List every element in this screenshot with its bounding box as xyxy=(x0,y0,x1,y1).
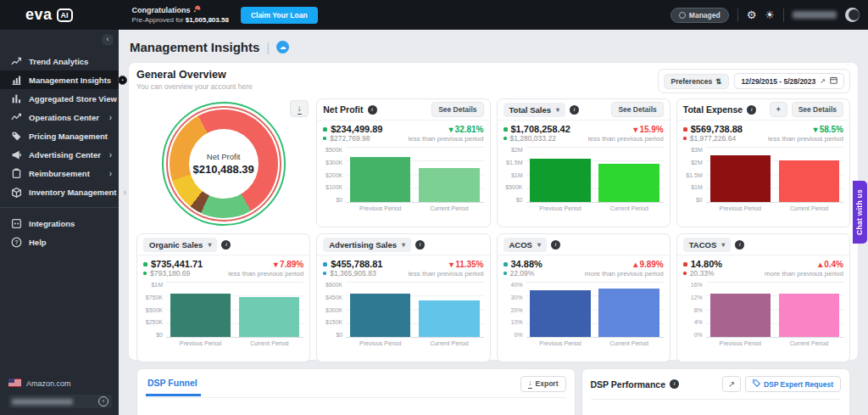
sidebar-item-aggregated-store-view[interactable]: Aggregated Store View xyxy=(0,89,119,108)
bar-current-period xyxy=(239,297,299,337)
y-tick-label: $500K xyxy=(505,184,522,190)
card-title-dropdown-advertising-sales[interactable]: Advertising Sales▾ xyxy=(323,238,411,252)
preferences-label: Preferences xyxy=(671,77,713,86)
logo-text: eva xyxy=(25,6,53,24)
user-avatar[interactable] xyxy=(845,8,860,22)
card-title: Total Sales xyxy=(509,105,551,115)
sidebar-item-label: Inventory Management xyxy=(29,188,116,197)
date-range-picker[interactable]: 12/29/2015 - 5/28/2023 ↗ xyxy=(734,73,844,89)
insights-info-icon[interactable]: ☁ xyxy=(276,41,289,53)
info-icon[interactable]: i xyxy=(747,105,756,115)
sidebar-item-management-insights[interactable]: Management Insights• xyxy=(0,70,119,89)
sidebar-footer: Amazon.com ‹ xyxy=(8,379,112,408)
account-switcher[interactable]: ‹ xyxy=(8,395,112,408)
previous-value: $1,365,905.83 xyxy=(330,269,376,278)
sidebar-item-label: Advertising Center xyxy=(29,150,101,160)
comparison-caption: less than previous period xyxy=(228,270,303,278)
previous-value: $272,769.98 xyxy=(330,134,370,143)
claim-loan-button[interactable]: Claim Your Loan xyxy=(241,7,318,24)
y-tick-label: 20% xyxy=(510,307,522,313)
settings-gear-icon[interactable]: ⚙ xyxy=(747,8,757,21)
preferences-button[interactable]: Preferences ⇅ xyxy=(664,74,730,89)
sidebar-item-operations-center[interactable]: Operations Center› xyxy=(0,108,119,126)
y-tick-label: $1M xyxy=(511,172,523,178)
add-button[interactable]: + xyxy=(770,102,787,117)
download-icon[interactable]: ↓ xyxy=(290,100,309,117)
y-axis-ticks: $500K$300K$200K$100K$0 xyxy=(323,147,346,203)
plot-area: Previous PeriodCurrent Period xyxy=(346,282,483,348)
card-title-dropdown-tacos[interactable]: TACOS▾ xyxy=(683,238,732,252)
sidebar: ‹ Trend AnalyticsManagement Insights•Agg… xyxy=(0,30,119,415)
info-icon[interactable]: i xyxy=(670,379,679,389)
top-bar: eva AI Congratulations Pre-Approved for … xyxy=(0,0,868,30)
y-tick-label: $0 xyxy=(696,197,703,203)
comparison-caption: less than previous period xyxy=(768,135,843,143)
us-flag-icon xyxy=(8,379,21,389)
change-value: 0.4% xyxy=(824,260,843,269)
sidebar-item-integrations[interactable]: Integrations xyxy=(0,214,119,233)
info-icon[interactable]: i xyxy=(368,105,377,115)
card-body: $1,708,258.42▾15.9%$1,280,033.22less tha… xyxy=(498,121,670,213)
tab-dsp-funnel[interactable]: DSP Funnel xyxy=(146,378,201,396)
chat-with-us-button[interactable]: Chat with us xyxy=(853,181,867,244)
card-title-dropdown-acos[interactable]: ACOS▾ xyxy=(504,238,547,252)
value-dot xyxy=(143,272,147,275)
account-switch-icon: ‹ xyxy=(98,396,108,407)
comparison-caption: less than previous period xyxy=(588,135,664,143)
value-dot xyxy=(504,137,507,140)
theme-sun-icon[interactable]: ☀ xyxy=(765,8,775,21)
sidebar-item-trend-analytics[interactable]: Trend Analytics xyxy=(0,52,119,70)
dsp-expert-request-button[interactable]: DSP Expert Request xyxy=(745,376,841,392)
value-dot xyxy=(323,262,327,266)
y-tick-label: 16% xyxy=(691,282,703,288)
info-icon[interactable]: i xyxy=(570,105,579,115)
pre-approved-amount: $1,005,803.58 xyxy=(186,16,229,24)
plot-gridlines xyxy=(706,282,843,338)
card-title-dropdown-organic-sales[interactable]: Organic Sales▾ xyxy=(143,238,217,252)
sidebar-item-advertising-center[interactable]: Advertising Center› xyxy=(0,145,119,164)
sidebar-item-reimbursement[interactable]: Reimbursement› xyxy=(0,164,119,182)
tag-icon xyxy=(753,379,760,389)
x-axis-labels: Previous PeriodCurrent Period xyxy=(706,338,843,348)
info-icon[interactable]: i xyxy=(551,240,560,250)
sidebar-item-help[interactable]: ?Help xyxy=(0,233,119,251)
value-row-current: $234,499.89▾32.81% xyxy=(323,124,483,134)
y-tick-label: $100K xyxy=(326,184,342,190)
expand-icon[interactable]: ↗ xyxy=(722,376,741,392)
net-profit-donut-chart: Net Profit $210,488.39 xyxy=(170,109,278,218)
x-label-current: Current Period xyxy=(235,340,303,346)
sidebar-nav: Trend AnalyticsManagement Insights•Aggre… xyxy=(0,52,119,251)
pricing-icon xyxy=(10,131,22,142)
sidebar-item-inventory-management[interactable]: Inventory Management› xyxy=(0,182,119,201)
y-tick-label: $450K xyxy=(326,294,342,300)
y-tick-label: $750K xyxy=(146,294,163,300)
see-details-button[interactable]: See Details xyxy=(792,102,843,117)
chevron-right-icon: › xyxy=(109,150,112,160)
bar-chart: $500K$300K$200K$100K$0Previous PeriodCur… xyxy=(323,147,483,213)
sidebar-item-pricing-management[interactable]: Pricing Management xyxy=(0,126,119,145)
info-icon[interactable]: i xyxy=(221,240,231,250)
info-icon[interactable]: i xyxy=(735,240,744,250)
bar-chart: 40%30%20%10%0%Previous PeriodCurrent Per… xyxy=(504,282,664,348)
change-badge: ▾7.89% xyxy=(274,260,303,269)
net-profit-donut-card: ↓ Net Profit $210,488.39 xyxy=(136,98,310,227)
y-tick-label: $0 xyxy=(336,332,342,338)
see-details-button[interactable]: See Details xyxy=(611,102,663,117)
export-button[interactable]: ↓ Export xyxy=(520,376,565,392)
see-details-button[interactable]: See Details xyxy=(431,102,483,117)
managed-badge[interactable]: Managed xyxy=(670,8,729,23)
y-tick-label: $1M xyxy=(691,184,703,190)
chevron-right-icon: › xyxy=(123,188,125,197)
card-title-dropdown-total-sales[interactable]: Total Sales▾ xyxy=(504,103,565,117)
sort-arrows-icon: ⇅ xyxy=(715,77,721,86)
change-badge: ▴9.89% xyxy=(633,260,663,269)
card-total-sales: Total Sales▾iSee Details$1,708,258.42▾15… xyxy=(497,98,670,227)
change-badge: ▾11.35% xyxy=(449,260,483,269)
card-advertising-sales: Advertising Sales▾i$455,788.81▾11.35%$1,… xyxy=(316,233,490,362)
card-title: TACOS xyxy=(689,240,717,250)
sidebar-item-label: Aggregated Store View xyxy=(29,94,117,104)
sidebar-collapse-button[interactable]: ‹ xyxy=(102,34,114,46)
value-dot xyxy=(323,127,327,132)
marketplace-row[interactable]: Amazon.com xyxy=(8,379,112,389)
info-icon[interactable]: i xyxy=(415,240,425,250)
